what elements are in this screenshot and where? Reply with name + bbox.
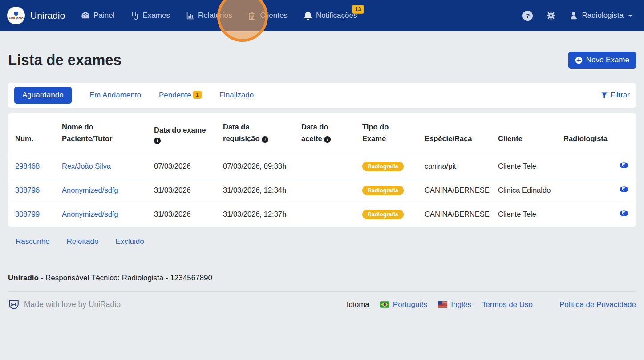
info-icon[interactable]: i (324, 136, 331, 143)
link-excluido[interactable]: Excluido (115, 237, 144, 246)
patient-link[interactable]: Anonymized/sdfg (62, 186, 118, 194)
radiologist-cell (556, 202, 612, 227)
pendente-count-badge: 1 (193, 91, 202, 99)
navbar: UniRadio Uniradio Painel Exames Relatóri… (0, 0, 644, 31)
tab-pendente-label: Pendente (159, 91, 191, 99)
page-title: Lista de exames (8, 52, 122, 69)
accept-date-cell (294, 154, 355, 178)
radiologist-cell (556, 154, 612, 178)
exams-table: Num. Nome do Paciente/Tutor Data do exam… (8, 113, 636, 227)
main-content: Lista de exames Novo Exame Aguardando Em… (0, 31, 644, 311)
species-cell: CANINA/BERNESE (417, 178, 491, 202)
radiologist-cell (556, 178, 612, 202)
footer-divider (8, 291, 636, 292)
request-date-cell: 07/03/2026, 09:33h (216, 154, 294, 178)
company-name: Uniradio (8, 274, 39, 282)
view-exam-button[interactable] (619, 162, 629, 169)
language-portugues-label: Português (393, 300, 428, 309)
new-exam-button[interactable]: Novo Exame (568, 52, 636, 69)
bell-icon (304, 11, 312, 20)
col-client: Cliente (491, 113, 556, 154)
language-ingles[interactable]: Inglês (438, 300, 471, 309)
logo-text: UniRadio (9, 16, 24, 20)
exam-type-badge: Radiografia (362, 210, 404, 219)
tab-aguardando[interactable]: Aguardando (14, 87, 72, 104)
view-exam-button[interactable] (619, 186, 629, 193)
hospital-icon (248, 12, 256, 20)
settings-button[interactable] (546, 11, 556, 20)
brazil-flag-icon (380, 301, 389, 308)
exam-date-cell: 07/03/2026 (147, 154, 216, 178)
person-icon (569, 11, 578, 20)
col-actions (612, 113, 636, 154)
patient-link[interactable]: Anonymized/sdfg (62, 210, 118, 218)
brand-name: Uniradio (30, 10, 65, 21)
table-row: 298468 Rex/João Silva 07/03/2026 07/03/2… (8, 154, 636, 178)
table-row: 308796 Anonymized/sdfg 31/03/2026 31/03/… (8, 178, 636, 202)
us-flag-icon (438, 301, 447, 308)
language-label: Idioma (347, 300, 369, 309)
uniradio-logo-icon: UniRadio (7, 7, 25, 24)
privacy-link[interactable]: Politica de Privacidade (559, 300, 636, 309)
view-exam-button[interactable] (619, 210, 629, 217)
col-request-date: Data da requisição i (216, 113, 294, 154)
col-radiologist: Radiologista (556, 113, 612, 154)
nav-label-clientes: Clientes (260, 11, 287, 20)
logo-shield-icon (14, 12, 18, 16)
exam-type-badge: Radiografia (362, 186, 404, 195)
exam-date-cell: 31/03/2026 (147, 202, 216, 227)
stethoscope-icon (130, 12, 139, 20)
request-date-cell: 31/03/2026, 12:34h (216, 178, 294, 202)
nav-item-painel[interactable]: Painel (81, 11, 114, 20)
responsible-line: Uniradio - Responsável Técnico: Radiolog… (8, 274, 636, 283)
exam-number-link[interactable]: 298468 (15, 162, 40, 170)
new-exam-label: Novo Exame (586, 56, 629, 65)
tab-em-andamento[interactable]: Em Andamento (89, 91, 141, 100)
exam-date-cell: 31/03/2026 (147, 178, 216, 202)
patient-link[interactable]: Rex/João Silva (62, 162, 111, 170)
help-button[interactable]: ? (522, 11, 533, 21)
brand[interactable]: UniRadio Uniradio (7, 7, 65, 24)
col-exam-type: Tipo do Exame (355, 113, 417, 154)
link-rejeitado[interactable]: Rejeitado (67, 237, 99, 246)
language-portugues[interactable]: Português (380, 300, 428, 309)
col-num: Num. (8, 113, 55, 154)
language-ingles-label: Inglês (451, 300, 471, 309)
footer-links: Idioma Português Inglês Termos de Uso Po… (347, 300, 636, 309)
shield-bone-logo-icon (8, 299, 20, 311)
nav-item-notificacoes[interactable]: Notificações 13 (304, 11, 357, 20)
client-cell: Clinica Edinaldo (491, 178, 556, 202)
bar-chart-icon (186, 12, 194, 20)
col-exam-date: Data do exame i (147, 113, 216, 154)
user-dropdown[interactable]: Radiologista (569, 11, 632, 20)
info-icon[interactable]: i (262, 136, 268, 143)
made-with-text: Made with love by UniRadio. (24, 300, 123, 309)
chevron-down-icon (628, 15, 632, 17)
accept-date-cell (294, 202, 355, 227)
link-rascunho[interactable]: Rascunho (16, 237, 50, 246)
request-date-cell: 31/03/2026, 12:37h (216, 202, 294, 227)
exam-number-link[interactable]: 308796 (15, 186, 40, 194)
accept-date-cell (294, 178, 355, 202)
question-icon: ? (522, 11, 533, 21)
exams-table-card: Num. Nome do Paciente/Tutor Data do exam… (8, 113, 636, 227)
exam-number-link[interactable]: 308799 (15, 210, 40, 218)
terms-link[interactable]: Termos de Uso (482, 300, 533, 309)
nav-item-clientes[interactable]: Clientes (248, 11, 287, 20)
nav-label-painel: Painel (93, 11, 114, 20)
tab-finalizado[interactable]: Finalizado (219, 91, 254, 100)
filter-label: Filtrar (611, 91, 630, 100)
filter-button[interactable]: Filtrar (601, 91, 630, 100)
nav-right: ? Radiologista (522, 11, 632, 21)
tab-pendente[interactable]: Pendente1 (159, 91, 202, 100)
col-species: Espécie/Raça (417, 113, 491, 154)
nav-item-relatorios[interactable]: Relatórios (186, 11, 232, 20)
client-cell: Cliente Tele (491, 154, 556, 178)
info-icon[interactable]: i (154, 138, 161, 144)
notifications-count-badge: 13 (352, 5, 365, 14)
status-tabs-bar: Aguardando Em Andamento Pendente1 Finali… (8, 83, 636, 108)
nav-label-relatorios: Relatórios (198, 11, 232, 20)
nav-item-exames[interactable]: Exames (130, 11, 170, 20)
speedometer-icon (81, 11, 90, 20)
col-patient: Nome do Paciente/Tutor (55, 113, 147, 154)
